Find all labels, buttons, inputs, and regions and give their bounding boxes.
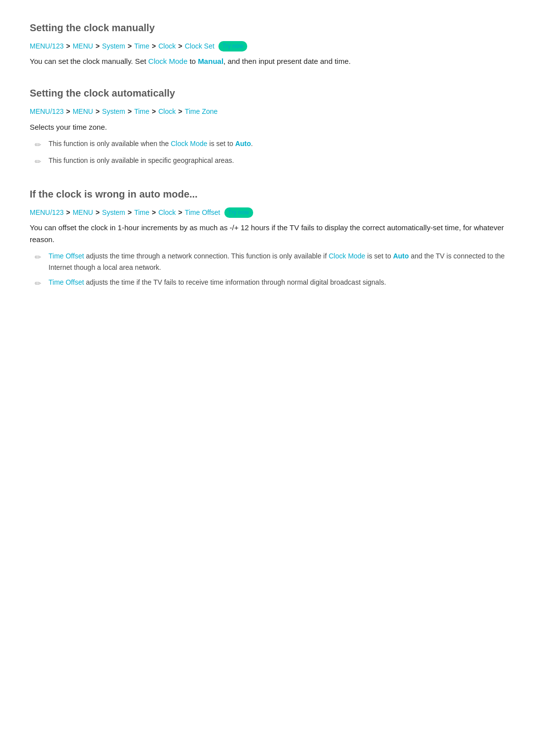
section-auto-title: Setting the clock automatically bbox=[30, 85, 505, 101]
breadcrumb-wrong-clock: Clock bbox=[159, 207, 176, 218]
breadcrumb-manual: MENU/123 > MENU > System > Time > Clock … bbox=[30, 41, 505, 51]
breadcrumb-menu: MENU bbox=[73, 41, 93, 51]
pencil-icon-2: ✏ bbox=[35, 155, 46, 168]
section-manual-title: Setting the clock manually bbox=[30, 20, 505, 36]
breadcrumb-wrong-time: Time bbox=[134, 207, 150, 218]
breadcrumb-wrong-menu: MENU bbox=[73, 207, 93, 218]
sep-a5: > bbox=[178, 106, 182, 117]
breadcrumb-clock: Clock bbox=[159, 41, 176, 51]
sep-w5: > bbox=[178, 207, 182, 218]
time-offset-link1: Time Offset bbox=[49, 252, 84, 260]
pencil-icon-1: ✏ bbox=[35, 139, 46, 151]
sep1: > bbox=[66, 41, 70, 51]
auto-notes: ✏ This function is only available when t… bbox=[35, 138, 505, 168]
pencil-icon-4: ✏ bbox=[35, 277, 46, 290]
sep-a3: > bbox=[128, 106, 132, 117]
sep-w1: > bbox=[66, 207, 70, 218]
auto-note-1: ✏ This function is only available when t… bbox=[35, 138, 505, 151]
breadcrumb-time: Time bbox=[134, 41, 150, 51]
wrong-notes: ✏ Time Offset adjusts the time through a… bbox=[35, 251, 505, 290]
breadcrumb-menu123: MENU/123 bbox=[30, 41, 63, 51]
sep-w2: > bbox=[96, 207, 100, 218]
manual-link: Manual bbox=[198, 57, 223, 65]
clock-mode-link2: Clock Mode bbox=[171, 140, 208, 148]
sep-w4: > bbox=[152, 207, 156, 218]
clock-mode-link1: Clock Mode bbox=[148, 57, 187, 65]
breadcrumb-auto-clock: Clock bbox=[159, 106, 176, 117]
sep3: > bbox=[128, 41, 132, 51]
breadcrumb-auto: MENU/123 > MENU > System > Time > Clock … bbox=[30, 106, 505, 117]
sep-w3: > bbox=[128, 207, 132, 218]
auto-body: Selects your time zone. bbox=[30, 121, 505, 133]
auto-note-2-text: This function is only available in speci… bbox=[49, 155, 505, 166]
pencil-icon-3: ✏ bbox=[35, 251, 46, 264]
sep-a1: > bbox=[66, 106, 70, 117]
sep-a4: > bbox=[152, 106, 156, 117]
manual-body: You can set the clock manually. Set Cloc… bbox=[30, 55, 505, 67]
breadcrumb-system: System bbox=[102, 41, 125, 51]
sep-a2: > bbox=[96, 106, 100, 117]
breadcrumb-timeoffset: Time Offset bbox=[185, 207, 220, 218]
breadcrumb-timezone: Time Zone bbox=[185, 106, 217, 117]
wrong-note-2-text: Time Offset adjusts the time if the TV f… bbox=[49, 277, 505, 288]
wrong-note-1: ✏ Time Offset adjusts the time through a… bbox=[35, 251, 505, 273]
breadcrumb-wrong-menu123: MENU/123 bbox=[30, 207, 63, 218]
breadcrumb-auto-menu: MENU bbox=[73, 106, 93, 117]
section-auto: Setting the clock automatically MENU/123… bbox=[30, 85, 505, 168]
sep5: > bbox=[178, 41, 182, 51]
breadcrumb-auto-time: Time bbox=[134, 106, 150, 117]
breadcrumb-clockset: Clock Set bbox=[185, 41, 214, 51]
auto-note-2: ✏ This function is only available in spe… bbox=[35, 155, 505, 168]
wrong-note-2: ✏ Time Offset adjusts the time if the TV… bbox=[35, 277, 505, 290]
auto-link2: Auto bbox=[393, 252, 409, 260]
section-wrong: If the clock is wrong in auto mode... ME… bbox=[30, 186, 505, 290]
sep2: > bbox=[96, 41, 100, 51]
wrong-body: You can offset the clock in 1-hour incre… bbox=[30, 222, 505, 246]
try-now-wrong[interactable]: Try now bbox=[224, 207, 253, 218]
try-now-manual[interactable]: Try now bbox=[218, 41, 247, 51]
breadcrumb-wrong: MENU/123 > MENU > System > Time > Clock … bbox=[30, 207, 505, 218]
breadcrumb-auto-menu123: MENU/123 bbox=[30, 106, 63, 117]
breadcrumb-wrong-system: System bbox=[102, 207, 125, 218]
auto-link: Auto bbox=[235, 140, 251, 148]
time-offset-link2: Time Offset bbox=[49, 278, 84, 286]
wrong-note-1-text: Time Offset adjusts the time through a n… bbox=[49, 251, 505, 273]
auto-note-1-text: This function is only available when the… bbox=[49, 138, 505, 149]
clock-mode-link3: Clock Mode bbox=[328, 252, 365, 260]
section-manual: Setting the clock manually MENU/123 > ME… bbox=[30, 20, 505, 67]
section-wrong-title: If the clock is wrong in auto mode... bbox=[30, 186, 505, 202]
sep4: > bbox=[152, 41, 156, 51]
breadcrumb-auto-system: System bbox=[102, 106, 125, 117]
